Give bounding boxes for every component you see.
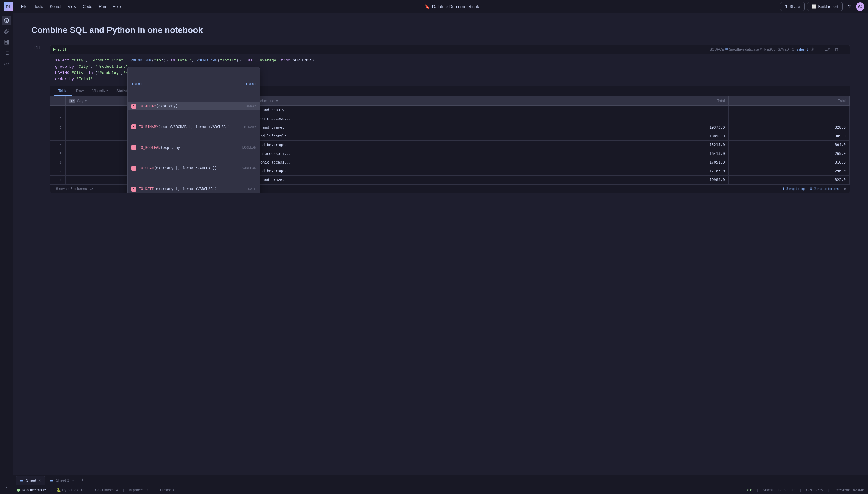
sidebar-icon-list[interactable] [2, 48, 12, 58]
tab-table[interactable]: Table [54, 86, 72, 96]
row-index-1: 1 [50, 114, 66, 123]
menu-file[interactable]: File [18, 3, 31, 10]
filter-settings-icon[interactable]: ⚙ [89, 187, 93, 191]
status-divider-3: | [123, 488, 124, 492]
ac-item-1[interactable]: f TO_BINARY(expr:VARCHAR [, format:VARCH… [128, 123, 260, 131]
menu-view[interactable]: View [65, 3, 79, 10]
row-index-5: 5 [50, 149, 66, 158]
more-options-button[interactable]: ··· [841, 46, 847, 52]
ac-fn-type-1: BINARY [244, 125, 256, 130]
jump-to-top-label: Jump to top [786, 187, 805, 191]
sidebar-icon-variable[interactable]: (x) [2, 59, 12, 69]
reactive-dot [17, 489, 20, 492]
ac-fn-type-2: BOOLEAN [242, 145, 256, 150]
tab-raw[interactable]: Raw [72, 86, 88, 96]
jump-bottom-icon: ⬇ [810, 187, 813, 191]
add-cell-button[interactable]: + [816, 46, 822, 52]
app-logo[interactable]: DL [4, 2, 13, 12]
ac-fn-type-3: VARCHAR [242, 166, 256, 171]
jump-to-top-button[interactable]: ⬆ Jump to top [782, 187, 805, 191]
cpu-info: CPU: 25% [806, 488, 823, 492]
sheet-tab-1-close[interactable]: × [39, 478, 41, 482]
reactive-label: Reactive mode [22, 488, 46, 492]
menu-code[interactable]: Code [80, 3, 95, 10]
build-report-button[interactable]: ⬜ Build report [807, 2, 843, 11]
col-sort-icon-product[interactable]: ▾ [276, 99, 278, 103]
navbar-menu: File Tools Kernel View Code Run Help [18, 3, 124, 10]
status-divider-2: | [89, 488, 90, 492]
cell-run-info: ▶ 26.1s [53, 47, 66, 52]
cell-menu-button[interactable]: ☰▾ [823, 46, 832, 52]
col-type-ab-city: Ab [69, 99, 75, 103]
cell-avg-0 [728, 106, 849, 114]
help-button[interactable]: ? [845, 2, 853, 11]
result-info-icon[interactable]: ⓘ [811, 47, 814, 52]
cell-avg-4: 304.0 [728, 141, 849, 149]
sheet-tab-1-icon: ☰ [20, 478, 23, 483]
ac-item-4[interactable]: f TO_DATE(expr:any [, format:VARCHAR]) D… [128, 185, 260, 193]
cell-product-6: Electronic access... [243, 158, 579, 167]
ac-fn-name-0: TO_ARRAY(expr:any) [138, 103, 244, 109]
db-icon: ❄ [725, 47, 728, 51]
status-divider-5: | [757, 488, 758, 492]
cell-total-8: 19988.0 [579, 176, 728, 184]
sheet-tabs: ☰ Sheet × ☰ Sheet 2 × + [13, 475, 868, 486]
cell-product-3: Home and lifestyle [243, 132, 579, 141]
status-divider-7: | [828, 488, 829, 492]
status-right: Idle | Machine: t2.medium | CPU: 25% | F… [746, 488, 864, 492]
cell-product-1: Electronic access... [243, 114, 579, 123]
sidebar-icon-chip[interactable] [2, 37, 12, 47]
code-line-3: HAVING "City" in ('Mandalay','Yangon','N… [55, 70, 845, 77]
cell-avg-2: 328.0 [728, 123, 849, 132]
fn-badge-0: f [131, 104, 136, 109]
sheet-tab-2-icon: ☰ [50, 478, 53, 483]
sheet-tab-1-label: Sheet [26, 478, 36, 482]
menu-kernel[interactable]: Kernel [47, 3, 64, 10]
source-db: Snowflake database [729, 48, 759, 51]
ac-item-0[interactable]: f TO_ARRAY(expr:any) ARRAY [128, 102, 260, 110]
cell-product-4: Food and beverages [243, 141, 579, 149]
sheet-tab-2[interactable]: ☰ Sheet 2 × [45, 476, 78, 485]
code-line-1: select "City", "Product line", ROUND(SUM… [55, 58, 845, 64]
ac-item-2[interactable]: f TO_BOOLEAN(expr:any) BOOLEAN [128, 144, 260, 152]
sidebar-icon-layers[interactable] [2, 16, 12, 25]
ac-fn-type-4: DATE [248, 187, 257, 192]
sidebar-icon-attachment[interactable] [2, 26, 12, 36]
cell-1: [1] ▶ 26.1s SOURCE ❄ Snowflake [31, 44, 850, 193]
source-badge: SOURCE ❄ Snowflake database ▾ [710, 47, 762, 51]
tab-visualize[interactable]: Visualize [88, 86, 112, 96]
ac-item-3[interactable]: f TO_CHAR(expr:any [, format:VARCHAR]) V… [128, 164, 260, 172]
cell-product-5: Fashion accessori... [243, 149, 579, 158]
row-index-3: 3 [50, 132, 66, 141]
col-sort-icon-city[interactable]: ▾ [85, 99, 87, 103]
fn-badge-3: f [131, 166, 136, 171]
code-editor[interactable]: select "City", "Product line", ROUND(SUM… [50, 54, 850, 86]
sidebar-more[interactable]: ··· [3, 483, 10, 492]
col-header-product[interactable]: Ab Product line ▾ [243, 96, 579, 106]
cell-avg-7: 296.0 [728, 167, 849, 176]
menu-run[interactable]: Run [96, 3, 109, 10]
cell-index: [1] [31, 44, 40, 50]
user-avatar[interactable]: AJ [856, 2, 864, 11]
sheet-tab-1[interactable]: ☰ Sheet × [16, 476, 45, 485]
ac-col-total2: Total [245, 82, 256, 87]
sheet-tab-2-close[interactable]: × [72, 478, 74, 482]
col-header-avg[interactable]: Total [728, 96, 849, 106]
col-name-avg: Total [838, 99, 846, 103]
jump-to-bottom-label: Jump to bottom [814, 187, 839, 191]
svg-rect-1 [6, 42, 7, 43]
add-sheet-button[interactable]: + [79, 477, 86, 484]
notebook-title-text: Datalore Demo notebook [432, 4, 479, 9]
menu-tools[interactable]: Tools [31, 3, 46, 10]
ac-fn-name-4: TO_DATE(expr:any [, format:VARCHAR]) [138, 186, 246, 192]
menu-help[interactable]: Help [110, 3, 124, 10]
page-title: Combine SQL and Python in one notebook [31, 25, 850, 35]
col-header-total[interactable]: Total [579, 96, 728, 106]
row-index-4: 4 [50, 141, 66, 149]
filter-icon[interactable]: ⧗ [844, 187, 846, 191]
status-divider-6: | [800, 488, 801, 492]
share-button[interactable]: ⬆ Share [780, 2, 805, 11]
source-chevron-icon[interactable]: ▾ [760, 47, 762, 51]
jump-to-bottom-button[interactable]: ⬇ Jump to bottom [810, 187, 839, 191]
delete-cell-button[interactable]: 🗑 [833, 46, 840, 52]
